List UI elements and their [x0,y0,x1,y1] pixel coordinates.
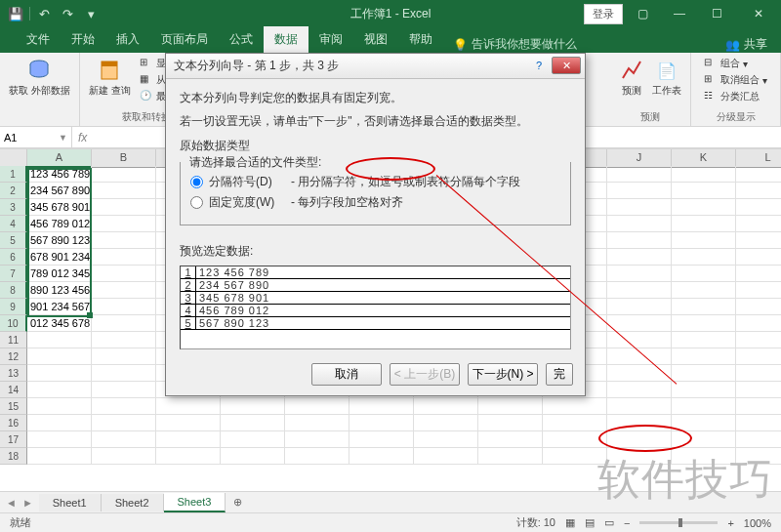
worksheet-button[interactable]: 📄 工作表 [649,56,684,98]
cell-K10[interactable] [672,315,736,332]
cell-J12[interactable] [607,348,672,365]
next-button[interactable]: 下一步(N) > [468,363,538,386]
cell-A11[interactable] [27,332,92,348]
zoom-in-icon[interactable]: + [727,517,733,529]
cell-L16[interactable] [736,415,781,431]
cell-K8[interactable] [672,282,736,299]
cell-B9[interactable] [92,299,156,315]
row-head-18[interactable]: 18 [0,448,27,465]
cell-G18[interactable] [414,448,478,465]
cell-A5[interactable]: 567 890 123 [27,232,92,249]
zoom-slider[interactable] [639,521,718,524]
cell-B14[interactable] [92,382,156,398]
tab-file[interactable]: 文件 [16,26,61,53]
cell-J18[interactable] [607,448,672,465]
cell-J9[interactable] [607,299,672,315]
cell-I15[interactable] [543,398,607,415]
sheet-tab-1[interactable]: Sheet1 [39,494,102,512]
sheet-tab-3[interactable]: Sheet3 [164,493,226,512]
nav-prev-icon[interactable]: ◄ [6,497,17,509]
row-head-6[interactable]: 6 [0,249,27,266]
cell-B13[interactable] [92,365,156,382]
row-head-8[interactable]: 8 [0,282,27,299]
cell-G17[interactable] [414,431,478,448]
new-sheet-button[interactable]: ⊕ [226,496,250,509]
cell-J6[interactable] [607,249,672,266]
sheet-nav[interactable]: ◄► [0,497,39,509]
cell-K9[interactable] [672,299,736,315]
tab-help[interactable]: 帮助 [398,26,443,53]
cell-E16[interactable] [285,415,349,431]
cell-K3[interactable] [672,199,736,216]
radio-fixed-row[interactable]: 固定宽度(W) - 每列字段加空格对齐 [190,194,560,211]
cell-A8[interactable]: 890 123 456 [27,282,92,299]
tab-view[interactable]: 视图 [353,26,398,53]
cell-J8[interactable] [607,282,672,299]
dialog-close-icon[interactable]: ✕ [552,57,581,74]
cell-L8[interactable] [736,282,781,299]
forecast-button[interactable]: 预测 [616,56,647,98]
cell-J2[interactable] [607,183,672,199]
cell-H18[interactable] [478,448,543,465]
tab-home[interactable]: 开始 [61,26,105,53]
cell-G15[interactable] [414,398,478,415]
cell-L14[interactable] [736,382,781,398]
ribbon-options-icon[interactable]: ▢ [625,0,660,27]
cell-L2[interactable] [736,183,781,199]
group-button[interactable]: ⊟组合 ▾ [702,56,769,71]
cell-K6[interactable] [672,249,736,266]
cell-A16[interactable] [27,415,92,431]
cell-J16[interactable] [607,415,672,431]
cell-K16[interactable] [672,415,736,431]
cell-C16[interactable] [156,415,221,431]
cell-L3[interactable] [736,199,781,216]
cell-B18[interactable] [92,448,156,465]
nav-next-icon[interactable]: ► [22,497,33,509]
cell-A1[interactable]: 123 456 789 [27,166,92,183]
finish-button[interactable]: 完 [546,363,573,386]
new-query-button[interactable]: 新建 查询 [86,56,134,104]
cell-J13[interactable] [607,365,672,382]
cell-B6[interactable] [92,249,156,266]
row-head-13[interactable]: 13 [0,365,27,382]
cell-K11[interactable] [672,332,736,348]
cell-K7[interactable] [672,266,736,282]
cell-B17[interactable] [92,431,156,448]
zoom-value[interactable]: 100% [744,517,771,529]
row-head-15[interactable]: 15 [0,398,27,415]
cell-B5[interactable] [92,232,156,249]
share-button[interactable]: 👥共享 [725,36,767,53]
login-button[interactable]: 登录 [584,4,623,24]
zoom-out-icon[interactable]: − [624,517,630,529]
row-head-11[interactable]: 11 [0,332,27,348]
cell-B16[interactable] [92,415,156,431]
cell-L11[interactable] [736,332,781,348]
cell-K1[interactable] [672,166,736,183]
row-head-10[interactable]: 10 [0,315,27,332]
cell-A15[interactable] [27,398,92,415]
cell-L9[interactable] [736,299,781,315]
row-head-5[interactable]: 5 [0,232,27,249]
get-external-data-button[interactable]: 获取 外部数据 [6,56,73,98]
cell-G16[interactable] [414,415,478,431]
cell-K18[interactable] [672,448,736,465]
cell-B7[interactable] [92,266,156,282]
cell-F18[interactable] [349,448,414,465]
cell-A2[interactable]: 234 567 890 [27,183,92,199]
maximize-icon[interactable]: ☐ [699,0,734,27]
cell-A14[interactable] [27,382,92,398]
cell-K13[interactable] [672,365,736,382]
cell-L15[interactable] [736,398,781,415]
row-head-4[interactable]: 4 [0,216,27,232]
cell-A4[interactable]: 456 789 012 [27,216,92,232]
radio-delimited[interactable] [190,176,203,188]
row-head-2[interactable]: 2 [0,183,27,199]
cell-H16[interactable] [478,415,543,431]
radio-delimited-row[interactable]: 分隔符号(D) - 用分隔字符，如逗号或制表符分隔每个字段 [190,174,560,190]
cell-L10[interactable] [736,315,781,332]
cell-F17[interactable] [349,431,414,448]
minimize-icon[interactable]: — [662,0,697,27]
row-head-7[interactable]: 7 [0,266,27,282]
cell-A13[interactable] [27,365,92,382]
name-box[interactable]: A1▼ [0,127,72,147]
